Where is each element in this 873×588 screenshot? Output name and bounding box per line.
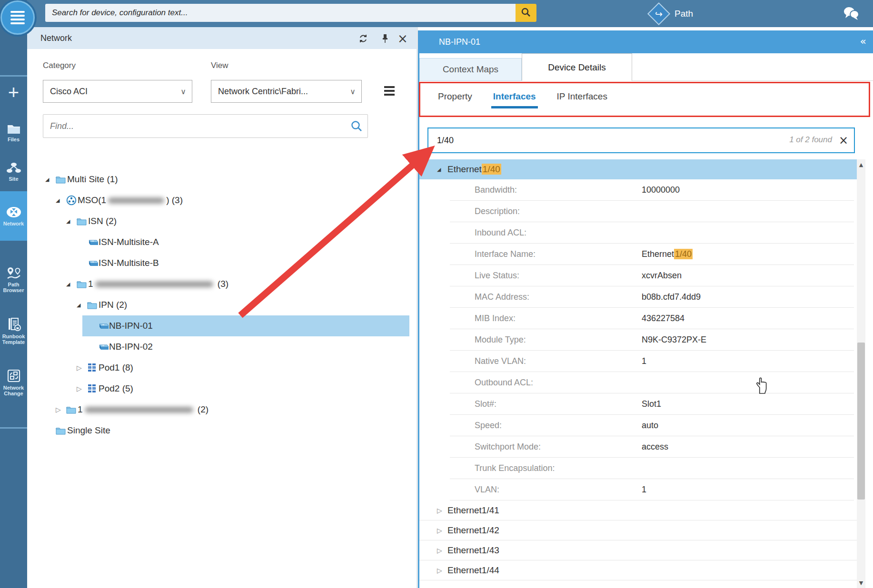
interface-row-ethernet1-41[interactable]: ▷Ethernet1/41 [418, 500, 857, 520]
tree-item-label: ISN (2) [88, 216, 117, 226]
find-search-icon[interactable] [350, 120, 363, 134]
expand-icon[interactable]: ▷ [437, 547, 447, 554]
sidebar-item-files[interactable]: Files [0, 113, 27, 152]
property-row-switchport-mode: Switchport Mode:access [450, 436, 854, 458]
tree-item-nb-ipn-02[interactable]: NB-IPN-02 [82, 336, 409, 357]
property-value: auto [642, 421, 658, 431]
expand-icon[interactable]: ▷ [437, 527, 447, 534]
sidebar-item-network-change[interactable]: NetworkChange [0, 359, 27, 406]
subtab-ip-interfaces[interactable]: IP Interfaces [557, 91, 607, 108]
redacted-text [95, 281, 213, 287]
chevron-down-icon: ∨ [180, 87, 186, 96]
scroll-up-icon[interactable]: ▲ [857, 160, 865, 169]
property-value: N9K-C9372PX-E [642, 335, 706, 345]
tree-item-pod2-5[interactable]: ▷Pod2 (5) [72, 378, 409, 399]
pin-icon[interactable] [379, 33, 391, 44]
sidebar-item-site[interactable]: Site [0, 152, 27, 191]
property-row-native-vlan: Native VLAN:1 [450, 351, 854, 372]
scrollbar-thumb[interactable] [857, 343, 865, 500]
expand-icon[interactable]: ▷ [56, 406, 66, 413]
main-menu-button[interactable] [0, 0, 35, 35]
rail-separator [0, 427, 27, 429]
property-label: Interface Name: [450, 249, 642, 259]
property-value: xcvrAbsen [642, 271, 682, 281]
expand-icon[interactable]: ▷ [77, 385, 87, 392]
tree-item-nb-ipn-01[interactable]: NB-IPN-01 [82, 315, 409, 336]
tree-item-ipn-2[interactable]: ◢IPN (2) [72, 294, 409, 315]
property-row-live-status: Live Status:xcvrAbsen [450, 265, 854, 286]
tab-context-maps[interactable]: Context Maps [419, 58, 522, 81]
view-select[interactable]: Network Centric\Fabri... ∨ [211, 80, 362, 103]
expand-icon[interactable]: ▷ [77, 364, 87, 372]
app-window: ↪ Path +FilesSiteNetworkPathBrowserRunbo… [0, 0, 873, 588]
subtab-property[interactable]: Property [438, 91, 472, 108]
expand-collapse-icon[interactable]: ◢ [66, 281, 77, 287]
property-label: Outbound ACL: [450, 378, 642, 388]
tree-item-isn-multisite-a[interactable]: ISN-Multisite-A [72, 232, 409, 253]
interface-row-ethernet1-42[interactable]: ▷Ethernet1/42 [418, 520, 857, 540]
sidebar-item-network[interactable]: Network [0, 191, 27, 241]
tree-item-single-site[interactable]: Single Site [40, 420, 409, 441]
sidebar-item-add[interactable]: + [0, 78, 27, 106]
property-value: Slot1 [642, 399, 661, 409]
tree-item-pod1-8[interactable]: ▷Pod1 (8) [72, 357, 409, 378]
property-row-slot: Slot#:Slot1 [450, 393, 854, 415]
expand-collapse-icon[interactable]: ◢ [66, 218, 77, 225]
collapse-panel-icon[interactable]: « [860, 35, 866, 47]
path-label: Path [675, 9, 693, 19]
path-icon: ↪ [647, 2, 670, 25]
tree-item-1[interactable]: ▷1 (2) [51, 399, 409, 420]
expand-collapse-icon[interactable]: ◢ [56, 197, 66, 204]
folder-icon [77, 217, 88, 225]
tree-item-multi-site-1[interactable]: ◢Multi Site (1) [40, 169, 409, 190]
tree-item-mso-1[interactable]: ◢MSO(1) (3) [51, 190, 409, 211]
tree-item-label: NB-IPN-02 [109, 342, 153, 352]
path-menu-item[interactable]: ↪ Path [651, 0, 693, 27]
interface-row-ethernet1-40[interactable]: ◢Ethernet1/40 [418, 159, 857, 179]
scrollbar[interactable]: ▲ ▼ [857, 159, 865, 588]
scroll-down-icon[interactable]: ▼ [857, 578, 865, 587]
interface-search-box: 1 of 2 found × [427, 127, 855, 153]
expand-collapse-icon[interactable]: ◢ [77, 302, 87, 308]
sidebar-item-runbook-template[interactable]: RunbookTemplate [0, 306, 27, 356]
device-panel-header: NB-IPN-01 « [418, 30, 873, 53]
global-search-input[interactable] [45, 4, 516, 22]
tab-device-details[interactable]: Device Details [522, 53, 632, 81]
interface-row-ethernet1-43[interactable]: ▷Ethernet1/43 [418, 540, 857, 560]
chat-icon[interactable] [842, 5, 861, 23]
category-select[interactable]: Cisco ACI ∨ [43, 80, 192, 103]
tree-find-box [43, 114, 368, 138]
interface-name: Ethernet1/41 [447, 505, 499, 516]
interface-name: Ethernet1/43 [447, 545, 499, 556]
tree-item-1[interactable]: ◢1 (3) [61, 274, 409, 294]
property-row-vlan: VLAN:1 [450, 479, 854, 500]
site-icon [6, 162, 21, 174]
close-icon[interactable]: × [397, 33, 408, 44]
tree-item-label: Multi Site (1) [67, 174, 118, 185]
tree-item-isn-2[interactable]: ◢ISN (2) [61, 211, 409, 232]
subtab-interfaces[interactable]: Interfaces [493, 91, 536, 108]
sidebar-item-path-browser[interactable]: PathBrowser [0, 257, 27, 303]
refresh-icon[interactable] [357, 33, 369, 44]
expand-collapse-icon[interactable]: ◢ [45, 176, 56, 183]
sidebar-item-label: PathBrowser [3, 282, 24, 293]
tree-menu-button[interactable] [384, 85, 397, 97]
search-icon [521, 7, 531, 19]
interface-row-ethernet1-44[interactable]: ▷Ethernet1/44 [418, 560, 857, 580]
global-search-button[interactable] [516, 4, 536, 22]
tree-find-input[interactable] [43, 115, 367, 137]
top-bar: ↪ Path [27, 0, 873, 27]
expand-icon[interactable]: ▷ [437, 567, 447, 574]
tree-item-label: NB-IPN-01 [109, 321, 153, 331]
expand-icon[interactable]: ▷ [437, 507, 447, 514]
property-value: access [642, 442, 668, 452]
view-label: View [211, 61, 228, 70]
tree-item-isn-multisite-b[interactable]: ISN-Multisite-B [72, 253, 409, 274]
property-row-speed: Speed:auto [450, 415, 854, 436]
expand-collapse-icon[interactable]: ◢ [437, 167, 447, 173]
search-result-count: 1 of 2 found [789, 135, 832, 145]
device-title: NB-IPN-01 [439, 37, 480, 47]
clear-search-icon[interactable]: × [839, 134, 848, 147]
tree-item-label: 1 (2) [78, 404, 208, 415]
property-value: 436227584 [642, 314, 685, 323]
